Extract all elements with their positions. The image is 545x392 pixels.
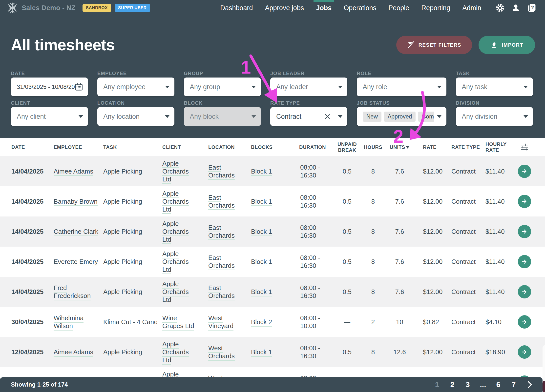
- open-timesheet-button[interactable]: [518, 165, 531, 178]
- nav-item[interactable]: Dashboard: [220, 0, 253, 16]
- block-link[interactable]: Block 1: [251, 348, 272, 357]
- role-select[interactable]: Any role: [357, 78, 446, 96]
- column-header-units[interactable]: UNITS: [384, 144, 415, 150]
- client-link[interactable]: Apple Orchards Ltd: [162, 190, 189, 214]
- employee-select[interactable]: Any employee: [97, 78, 174, 96]
- page-number[interactable]: 3: [464, 380, 471, 389]
- user-profile-icon[interactable]: [511, 3, 521, 13]
- cell-hourly-rate: $11.40: [482, 197, 514, 205]
- client-link[interactable]: Apple Orchards Ltd: [162, 250, 189, 274]
- employee-link[interactable]: Aimee Adams: [54, 168, 93, 176]
- date-range-input[interactable]: 31/03/2025 - 10/08/202: [11, 78, 88, 96]
- cell-hourly-rate: $11.40: [482, 288, 514, 296]
- cell-rate-type: Contract: [448, 288, 482, 296]
- job-status-chip[interactable]: Complete: [418, 112, 434, 122]
- timesheets-page: Sales Demo - NZ SANDBOX SUPER USER Dashb…: [0, 0, 545, 392]
- block-link[interactable]: Block 1: [251, 198, 272, 206]
- column-header-duration[interactable]: DURATION: [293, 144, 332, 150]
- cell-client: Apple Orchards Ltd: [162, 159, 208, 183]
- employee-link[interactable]: Barnaby Brown: [54, 198, 98, 206]
- import-button[interactable]: IMPORT: [479, 36, 535, 54]
- column-header-rate[interactable]: RATE: [415, 144, 448, 150]
- filter-job-status-label: JOB STATUS: [357, 100, 446, 105]
- filter-job-status: JOB STATUS New Approved Complete: [357, 100, 446, 126]
- column-header-hourly-rate[interactable]: HOURLY RATE: [482, 141, 514, 153]
- employee-link[interactable]: Everette Emery: [54, 258, 98, 266]
- rate-type-select[interactable]: Contract: [270, 107, 347, 126]
- job-status-chip[interactable]: New: [363, 112, 381, 122]
- open-timesheet-button[interactable]: [518, 345, 531, 359]
- location-link[interactable]: East Orchards: [208, 254, 235, 270]
- page-number[interactable]: ...: [480, 380, 486, 389]
- column-header-rate-type[interactable]: RATE TYPE: [448, 144, 482, 150]
- client-link[interactable]: Apple Orchards Ltd: [162, 160, 189, 184]
- open-timesheet-button[interactable]: [518, 225, 531, 238]
- column-header-client[interactable]: CLIENT: [162, 144, 208, 150]
- job-leader-select[interactable]: Any leader: [270, 78, 347, 96]
- location-select[interactable]: Any location: [97, 107, 174, 126]
- column-header-task[interactable]: TASK: [103, 144, 162, 150]
- nav-item[interactable]: Reporting: [421, 0, 450, 16]
- column-header-employee[interactable]: EMPLOYEE: [54, 144, 103, 150]
- job-status-chip[interactable]: Approved: [384, 112, 416, 122]
- block-link[interactable]: Block 1: [251, 168, 272, 176]
- job-status-select[interactable]: New Approved Complete: [357, 107, 446, 126]
- help-docs-icon[interactable]: ?: [527, 3, 537, 13]
- page-number[interactable]: 1: [434, 380, 440, 389]
- employee-link[interactable]: Catherine Clark: [54, 228, 98, 236]
- open-timesheet-button[interactable]: [518, 255, 531, 268]
- open-timesheet-button[interactable]: [518, 195, 531, 208]
- clear-rate-type-icon[interactable]: [324, 113, 331, 120]
- column-header-blocks[interactable]: BLOCKS: [251, 144, 293, 150]
- chevron-right-icon: [527, 381, 533, 388]
- location-link[interactable]: East Orchards: [208, 284, 235, 300]
- employee-link[interactable]: Aimee Adams: [54, 348, 93, 357]
- nav-item-label: Operations: [344, 4, 376, 12]
- location-link[interactable]: West Vineyard: [208, 314, 233, 331]
- nav-item[interactable]: Jobs: [316, 0, 332, 16]
- cell-hours: 8: [362, 167, 384, 175]
- nav-item[interactable]: Operations: [344, 0, 376, 16]
- filter-block: BLOCK Any block: [184, 100, 261, 126]
- task-select[interactable]: Any task: [456, 78, 533, 96]
- block-link[interactable]: Block 1: [251, 258, 272, 266]
- client-link[interactable]: Wine Grapes Ltd: [162, 314, 194, 331]
- cell-hourly-rate: $18.90: [482, 348, 514, 356]
- location-link[interactable]: West Orchards: [208, 344, 235, 361]
- block-link[interactable]: Block 1: [251, 288, 272, 296]
- cell-blocks: Block 2: [251, 318, 293, 326]
- block-link[interactable]: Block 1: [251, 228, 272, 236]
- employee-link[interactable]: Wihelmina Wilson: [54, 314, 84, 331]
- filter-group-label: GROUP: [184, 71, 261, 76]
- nav-item[interactable]: Admin: [462, 0, 481, 16]
- location-link[interactable]: East Orchards: [208, 164, 235, 180]
- client-select[interactable]: Any client: [11, 107, 88, 126]
- column-header-hours[interactable]: HOURS: [362, 144, 384, 150]
- open-timesheet-button[interactable]: [518, 285, 531, 298]
- client-link[interactable]: Apple Orchards Ltd: [162, 280, 189, 304]
- column-header-unpaid-break[interactable]: UNPAID BREAK: [332, 141, 362, 153]
- next-page-button[interactable]: [527, 381, 533, 388]
- page-number[interactable]: 2: [449, 380, 456, 389]
- column-settings-icon[interactable]: [514, 143, 535, 151]
- location-link[interactable]: East Orchards: [208, 224, 235, 240]
- page-number[interactable]: 6: [495, 380, 502, 389]
- reset-filters-button[interactable]: RESET FILTERS: [396, 36, 472, 54]
- filter-block-label: BLOCK: [184, 100, 261, 105]
- employee-link[interactable]: Fred Frederickson: [54, 284, 91, 300]
- client-link[interactable]: Apple Orchards Ltd: [162, 340, 189, 365]
- location-link[interactable]: East Orchards: [208, 194, 235, 210]
- nav-item[interactable]: Approve jobs: [265, 0, 304, 16]
- settings-gear-icon[interactable]: [495, 3, 505, 13]
- column-header-location[interactable]: LOCATION: [208, 144, 251, 150]
- cell-hours: 8: [362, 197, 384, 205]
- column-header-date[interactable]: DATE: [11, 144, 54, 150]
- nav-item[interactable]: People: [388, 0, 409, 16]
- client-link[interactable]: Apple Orchards Ltd: [162, 220, 189, 244]
- open-timesheet-button[interactable]: [518, 315, 531, 329]
- group-select[interactable]: Any group: [184, 78, 261, 96]
- nav-item-label: Dashboard: [220, 4, 253, 12]
- block-link[interactable]: Block 2: [251, 318, 272, 327]
- division-select[interactable]: Any division: [456, 107, 533, 126]
- page-number[interactable]: 7: [510, 380, 517, 389]
